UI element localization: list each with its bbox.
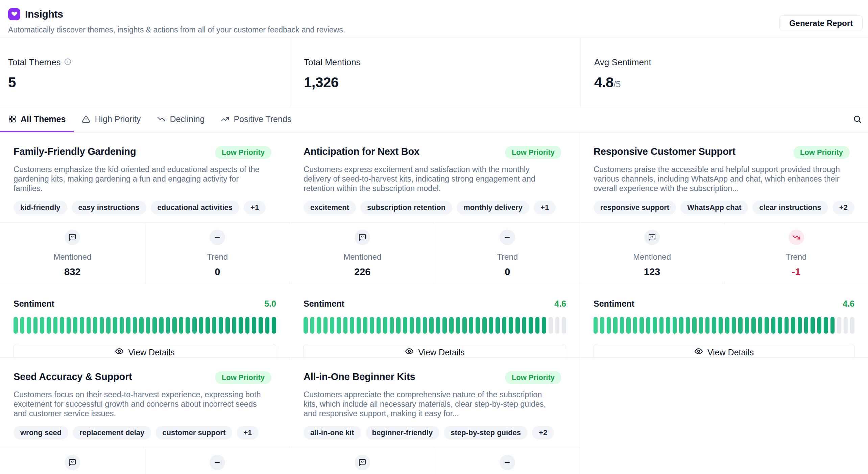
sentiment-bar	[239, 317, 243, 334]
mentioned-stat: Mentioned	[290, 448, 435, 474]
tab-positive-trends[interactable]: Positive Trends	[213, 107, 299, 132]
theme-tag[interactable]: all-in-one kit	[304, 426, 361, 440]
sentiment-bar	[172, 317, 177, 334]
minus-icon	[500, 230, 515, 245]
eye-icon	[694, 347, 703, 358]
sentiment-bar	[199, 317, 203, 334]
trending-up-icon	[221, 115, 229, 123]
trend-value: -1	[792, 266, 801, 278]
sentiment-bar	[429, 317, 434, 334]
view-details-label: View Details	[707, 348, 754, 357]
trend-stat: Trend 0	[435, 223, 580, 284]
sentiment-label: Sentiment	[14, 299, 54, 309]
sentiment-bar	[423, 317, 427, 334]
stat-suffix: /5	[613, 79, 621, 89]
heart-icon	[11, 10, 18, 18]
mentioned-value: 226	[354, 266, 370, 278]
sentiment-bar	[80, 317, 84, 334]
theme-tag[interactable]: excitement	[304, 201, 356, 214]
search-icon[interactable]	[853, 115, 862, 125]
sentiment-bar	[496, 317, 500, 334]
view-details-label: View Details	[418, 348, 464, 357]
sentiment-bar	[20, 317, 25, 334]
sentiment-bar	[830, 317, 835, 334]
mentioned-stat: Mentioned 123	[580, 223, 724, 284]
sentiment-bar	[620, 317, 624, 334]
sentiment-bar	[824, 317, 828, 334]
theme-tag[interactable]: monthly delivery	[457, 201, 529, 214]
more-tags-pill[interactable]: +2	[833, 201, 854, 214]
sentiment-bar	[712, 317, 716, 334]
trend-label: Trend	[786, 252, 807, 262]
theme-tag[interactable]: WhatsApp chat	[680, 201, 748, 214]
stat-value: 5	[8, 74, 290, 91]
view-details-button[interactable]: View Details	[14, 344, 276, 358]
theme-title: Family-Friendly Gardening	[14, 146, 136, 157]
sentiment-bar	[482, 317, 487, 334]
theme-tag[interactable]: subscription retention	[360, 201, 452, 214]
priority-badge: Low Priority	[215, 371, 271, 384]
theme-tag[interactable]: wrong seed	[14, 426, 68, 440]
priority-badge: Low Priority	[505, 371, 561, 384]
sentiment-bar	[633, 317, 637, 334]
sentiment-bar	[522, 317, 527, 334]
themes-grid: Family-Friendly Gardening Low Priority C…	[0, 133, 868, 474]
theme-tag[interactable]: responsive support	[594, 201, 676, 214]
mentioned-stat: Mentioned 226	[290, 223, 435, 284]
tab-declining[interactable]: Declining	[149, 107, 213, 132]
tab-all-themes[interactable]: All Themes	[0, 107, 74, 132]
more-tags-pill[interactable]: +1	[237, 426, 259, 440]
stat-value: 1,326	[304, 74, 580, 91]
sentiment-bar	[549, 317, 553, 334]
message-quote-icon	[65, 455, 80, 470]
sentiment-bar	[272, 317, 276, 334]
sentiment-bar	[67, 317, 71, 334]
theme-tag[interactable]: kid-friendly	[14, 201, 67, 214]
sentiment-bar	[252, 317, 256, 334]
theme-tag[interactable]: beginner-friendly	[365, 426, 440, 440]
sentiment-bar	[53, 317, 58, 334]
sentiment-bar	[166, 317, 170, 334]
mentioned-label: Mentioned	[633, 252, 671, 262]
sentiment-bar	[304, 317, 308, 334]
sentiment-bars	[594, 317, 854, 334]
sentiment-bar	[265, 317, 270, 334]
theme-title: Anticipation for Next Box	[304, 146, 419, 157]
more-tags-pill[interactable]: +1	[244, 201, 266, 214]
priority-badge: Low Priority	[793, 146, 850, 159]
sentiment-bar	[666, 317, 670, 334]
generate-report-button[interactable]: Generate Report	[779, 15, 863, 31]
view-details-button[interactable]: View Details	[304, 344, 566, 358]
theme-tag[interactable]: clear instructions	[752, 201, 828, 214]
sentiment-bar	[47, 317, 51, 334]
sentiment-bar	[555, 317, 560, 334]
more-tags-pill[interactable]: +2	[532, 426, 554, 440]
trend-stat: Trend -1	[724, 223, 868, 284]
sentiment-bar	[725, 317, 729, 334]
sentiment-bar	[456, 317, 460, 334]
view-details-button[interactable]: View Details	[594, 344, 854, 358]
info-icon[interactable]	[64, 58, 71, 67]
tab-high-priority[interactable]: High Priority	[74, 107, 149, 132]
sentiment-bar	[659, 317, 664, 334]
sentiment-bar	[152, 317, 157, 334]
theme-description: Customers express excitement and satisfa…	[304, 165, 554, 193]
more-tags-pill[interactable]: +1	[534, 201, 556, 214]
theme-tag[interactable]: customer support	[155, 426, 232, 440]
theme-description: Customers praise the accessible and help…	[594, 165, 844, 193]
trend-value: 0	[505, 266, 510, 278]
theme-tag[interactable]: easy instructions	[72, 201, 146, 214]
theme-tags: kid-friendlyeasy instructionseducational…	[14, 201, 276, 214]
trend-stat: Trend 0	[145, 223, 290, 284]
view-details-label: View Details	[128, 348, 174, 357]
sentiment-bar	[403, 317, 407, 334]
mentioned-stat: Mentioned 832	[0, 223, 145, 284]
theme-tag[interactable]: replacement delay	[73, 426, 151, 440]
trend-value: 0	[215, 266, 220, 278]
theme-tags: all-in-one kitbeginner-friendlystep-by-s…	[304, 426, 566, 440]
message-quote-icon	[65, 230, 80, 245]
sentiment-bar	[126, 317, 130, 334]
theme-tag[interactable]: educational activities	[151, 201, 240, 214]
theme-tag[interactable]: step-by-step guides	[444, 426, 528, 440]
sentiment-bar	[14, 317, 18, 334]
